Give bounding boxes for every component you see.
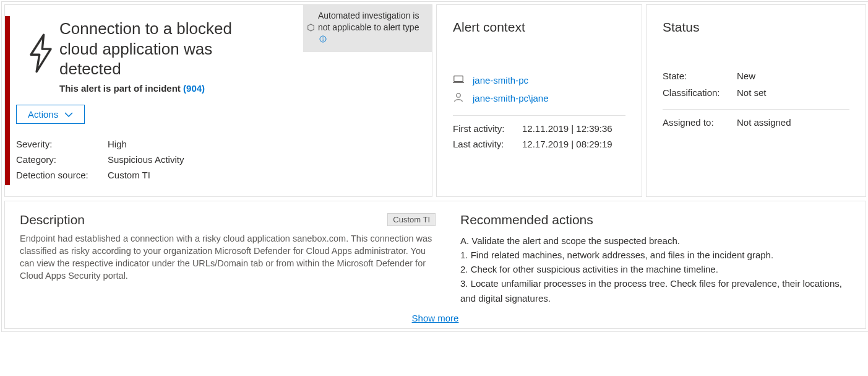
description-card: Description Custom TI Endpoint had estab… — [4, 201, 866, 329]
recommended-body: A. Validate the alert and scope the susp… — [460, 234, 851, 305]
alert-context-card: Alert context jane-smith-pc jane-smith-p… — [436, 4, 642, 197]
category-row: Category: Suspicious Activity — [16, 154, 432, 165]
last-activity-label: Last activity: — [453, 139, 522, 149]
category-label: Category: — [16, 154, 108, 165]
context-divider — [453, 115, 625, 116]
alert-properties: Severity: High Category: Suspicious Acti… — [16, 139, 432, 180]
category-value: Suspicious Activity — [108, 154, 184, 165]
description-tag: Custom TI — [387, 213, 436, 226]
severity-label: Severity: — [16, 139, 108, 149]
device-row: jane-smith-pc — [453, 74, 625, 86]
auto-inv-text-content: Automated investigation is not applicabl… — [318, 11, 419, 32]
info-icon[interactable]: i — [319, 34, 327, 46]
chevron-down-icon — [64, 109, 73, 120]
recommended-title: Recommended actions — [460, 212, 851, 227]
severity-bar — [5, 16, 10, 185]
svg-point-4 — [457, 94, 460, 97]
assigned-value: Not assigned — [737, 117, 791, 128]
state-row: State: New — [663, 71, 849, 81]
first-activity-row: First activity: 12.11.2019 | 12:39:36 — [453, 123, 625, 134]
svg-text:i: i — [322, 37, 324, 42]
show-more-link[interactable]: Show more — [20, 313, 851, 323]
recommended-line-3: 3. Locate unfamiliar processes in the pr… — [460, 276, 851, 305]
description-header: Description Custom TI — [20, 212, 436, 227]
hexagon-icon — [307, 24, 316, 33]
alert-summary-card: Connection to a blocked cloud applicatio… — [4, 4, 432, 197]
recommended-line-2: 2. Check for other suspicious activities… — [460, 262, 851, 276]
detection-row: Detection source: Custom TI — [16, 170, 432, 180]
last-activity-value: 12.17.2019 | 08:29:19 — [522, 139, 612, 149]
auto-investigation-text: Automated investigation is not applicabl… — [318, 10, 423, 46]
state-value: New — [737, 71, 755, 81]
assigned-label: Assigned to: — [663, 117, 737, 128]
last-activity-row: Last activity: 12.17.2019 | 08:29:19 — [453, 139, 625, 149]
actions-button[interactable]: Actions — [16, 105, 85, 124]
user-row: jane-smith-pc\jane — [453, 92, 625, 104]
svg-marker-0 — [308, 24, 314, 31]
classification-row: Classification: Not set — [663, 87, 849, 98]
status-title: Status — [663, 20, 849, 35]
first-activity-label: First activity: — [453, 123, 522, 134]
assigned-row: Assigned to: Not assigned — [663, 117, 849, 128]
state-label: State: — [663, 71, 737, 81]
alert-context-title: Alert context — [453, 20, 625, 35]
status-card: Status State: New Classification: Not se… — [646, 4, 866, 197]
severity-row: Severity: High — [16, 139, 432, 149]
alert-detail-page: Connection to a blocked cloud applicatio… — [1, 1, 868, 332]
description-column: Description Custom TI Endpoint had estab… — [20, 212, 436, 305]
classification-value: Not set — [737, 87, 767, 98]
classification-label: Classification: — [663, 87, 737, 98]
user-icon — [453, 92, 464, 104]
detection-value: Custom TI — [108, 170, 150, 180]
detection-label: Detection source: — [16, 170, 108, 180]
recommended-column: Recommended actions A. Validate the aler… — [460, 212, 851, 305]
incident-line: This alert is part of incident (904) — [59, 83, 432, 94]
top-cards-row: Connection to a blocked cloud applicatio… — [4, 4, 866, 197]
auto-investigation-badge: Automated investigation is not applicabl… — [303, 5, 432, 52]
user-link[interactable]: jane-smith-pc\jane — [473, 93, 549, 103]
description-body: Endpoint had established a connection wi… — [20, 232, 436, 282]
device-icon — [453, 74, 464, 86]
status-divider — [663, 109, 849, 110]
first-activity-value: 12.11.2019 | 12:39:36 — [522, 123, 612, 134]
actions-label: Actions — [28, 109, 58, 120]
severity-value: High — [108, 139, 127, 149]
recommended-line-a: A. Validate the alert and scope the susp… — [460, 234, 851, 248]
svg-rect-3 — [454, 76, 463, 82]
recommended-line-1: 1. Find related machines, network addres… — [460, 248, 851, 262]
description-title: Description — [20, 212, 85, 227]
device-link[interactable]: jane-smith-pc — [473, 75, 528, 85]
incident-link[interactable]: (904) — [183, 83, 205, 94]
incident-prefix: This alert is part of incident — [59, 83, 183, 94]
description-row: Description Custom TI Endpoint had estab… — [20, 212, 851, 305]
alert-title: Connection to a blocked cloud applicatio… — [59, 19, 270, 79]
